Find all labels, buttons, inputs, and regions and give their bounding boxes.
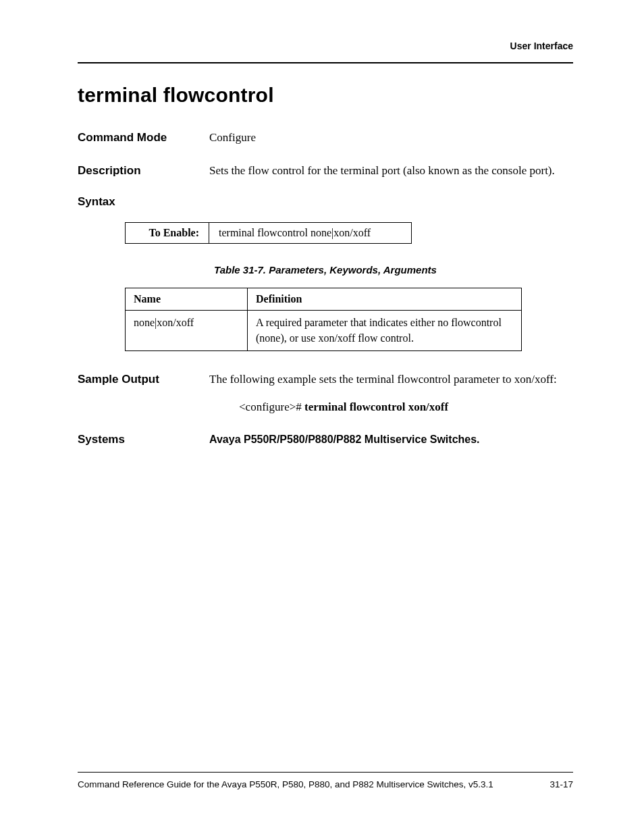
- systems-value-text: Avaya P550R/P580/P880/P882 Multiservice …: [209, 434, 480, 445]
- param-name: none|xon/xoff: [126, 311, 248, 351]
- syntax-label: Syntax: [78, 195, 573, 209]
- footer-right: 31-17: [549, 779, 573, 789]
- sample-prompt: <configure>#: [239, 400, 304, 413]
- col-definition-header: Definition: [248, 288, 522, 311]
- sample-cmd-bold: terminal flowcontrol xon/xoff: [304, 400, 448, 413]
- params-table-caption: Table 31-7. Parameters, Keywords, Argume…: [78, 264, 573, 276]
- systems-row: Systems Avaya P550R/P580/P880/P882 Multi…: [78, 432, 573, 448]
- syntax-table: To Enable: terminal flowcontrol none|xon…: [125, 222, 412, 244]
- sample-output-intro: The following example sets the terminal …: [209, 373, 557, 386]
- page-footer: Command Reference Guide for the Avaya P5…: [78, 772, 573, 789]
- document-page: User Interface terminal flowcontrol Comm…: [0, 0, 644, 834]
- sample-output-label: Sample Output: [78, 373, 209, 386]
- description-value: Sets the flow control for the terminal p…: [209, 163, 573, 180]
- command-mode-row: Command Mode Configure: [78, 130, 573, 147]
- sample-output-cmd: <configure># terminal flowcontrol xon/xo…: [239, 399, 573, 416]
- command-mode-value: Configure: [209, 130, 573, 147]
- description-row: Description Sets the flow control for th…: [78, 163, 573, 180]
- param-definition: A required parameter that indicates eith…: [248, 311, 522, 351]
- page-title: terminal flowcontrol: [78, 84, 573, 107]
- syntax-enable-cmd: terminal flowcontrol none|xon/xoff: [209, 223, 412, 244]
- running-head: User Interface: [78, 41, 573, 63]
- systems-value: Avaya P550R/P580/P880/P882 Multiservice …: [209, 432, 573, 448]
- systems-label: Systems: [78, 433, 209, 446]
- description-label: Description: [78, 164, 209, 178]
- syntax-enable-label: To Enable:: [126, 223, 209, 244]
- params-table: Name Definition none|xon/xoff A required…: [125, 288, 522, 351]
- syntax-row: To Enable: terminal flowcontrol none|xon…: [126, 223, 412, 244]
- command-mode-label: Command Mode: [78, 131, 209, 145]
- sample-output-content: The following example sets the terminal …: [209, 371, 573, 415]
- table-row: none|xon/xoff A required parameter that …: [126, 311, 522, 351]
- table-header-row: Name Definition: [126, 288, 522, 311]
- sample-output-row: Sample Output The following example sets…: [78, 371, 573, 415]
- col-name-header: Name: [126, 288, 248, 311]
- running-head-text: User Interface: [510, 41, 573, 51]
- footer-left: Command Reference Guide for the Avaya P5…: [78, 779, 493, 789]
